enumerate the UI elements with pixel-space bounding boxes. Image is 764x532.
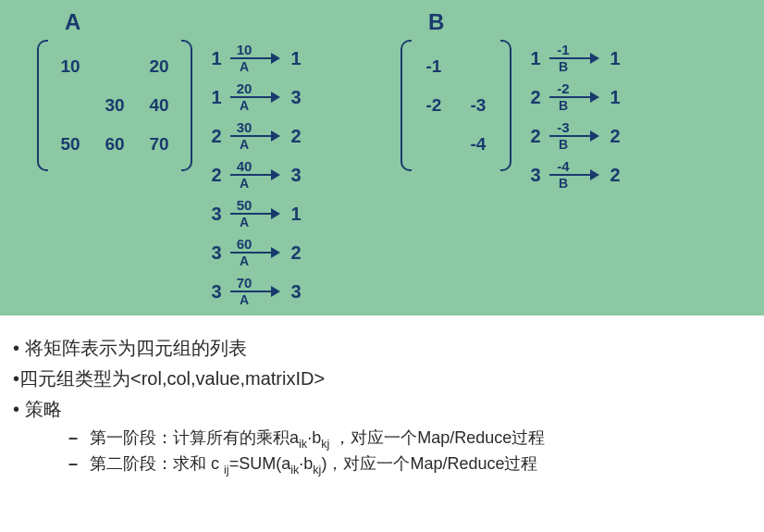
matrix-cell	[412, 125, 456, 164]
matrix-cell	[456, 47, 500, 86]
mapping-row: 110A1	[206, 39, 306, 78]
note-line: • 策略	[13, 395, 746, 424]
matrix-cell: 60	[92, 125, 137, 164]
matrix-cell	[48, 86, 92, 125]
arrow-icon	[575, 57, 598, 59]
arrow-icon	[575, 96, 598, 98]
mapping-dst: 2	[286, 242, 306, 264]
mapping-arrow: -3B	[549, 120, 598, 151]
bracket-left-icon	[37, 40, 48, 171]
note-line: •四元组类型为<rol,col,value,matrixID>	[13, 365, 746, 393]
mapping-label: B	[559, 137, 568, 152]
mapping-arrow: 50A	[230, 198, 278, 229]
bracket-right-icon	[500, 40, 511, 171]
mapping-value: 60	[230, 237, 258, 254]
mapping-label: A	[240, 292, 249, 307]
matrix-a: 10203040506070	[37, 40, 192, 171]
matrix-cell: 10	[48, 47, 92, 86]
arrow-icon	[256, 213, 278, 215]
note-text: 将矩阵表示为四元组的列表	[25, 338, 247, 358]
mapping-label: B	[559, 59, 568, 74]
mapping-value: 30	[230, 120, 258, 137]
mapping-value: -4	[549, 159, 577, 176]
mapping-src: 2	[206, 165, 227, 186]
mapping-dst: 1	[286, 204, 306, 225]
mapping-dst: 1	[286, 48, 306, 69]
mapping-arrow: -4B	[549, 159, 598, 190]
mapping-src: 1	[206, 48, 227, 69]
note-text: 第二阶段：求和 c	[90, 454, 224, 473]
matrix-cell: -2	[412, 86, 456, 125]
mapping-dst: 3	[286, 87, 306, 108]
mapping-value: -1	[549, 43, 577, 59]
mapping-row: 370A3	[206, 272, 306, 311]
mapping-src: 3	[525, 165, 546, 186]
note-sub: ik	[299, 438, 307, 451]
mapping-src: 2	[525, 87, 546, 108]
note-text: ·b	[307, 428, 321, 447]
mapping-row: 120A3	[206, 78, 306, 117]
mapping-src: 3	[206, 242, 227, 264]
mapping-arrow: -2B	[549, 81, 598, 112]
mapping-label: A	[240, 176, 249, 191]
mapping-label: A	[240, 137, 249, 152]
mapping-row: 2-2B1	[525, 78, 625, 117]
note-text: 四元组类型为<rol,col,value,matrixID>	[19, 368, 325, 389]
bracket-left-icon	[400, 40, 412, 171]
mapping-value: 70	[230, 276, 258, 292]
mapping-arrow: -1B	[549, 43, 598, 73]
mapping-label: A	[240, 215, 249, 229]
mapping-src: 2	[206, 126, 227, 147]
mapping-arrow: 40A	[230, 159, 278, 190]
mapping-row: 3-4B2	[525, 155, 625, 194]
mapping-value: 50	[230, 198, 258, 215]
mapping-label: A	[240, 59, 249, 74]
mapping-row: 360A2	[206, 233, 306, 272]
mapping-row: 1-1B1	[525, 39, 625, 78]
mapping-value: 10	[230, 43, 258, 59]
mapping-arrow: 10A	[230, 43, 278, 73]
arrow-icon	[256, 57, 278, 59]
arrow-icon	[256, 174, 278, 176]
mappings-b: 1-1B12-2B12-3B23-4B2	[525, 35, 625, 194]
mapping-label: A	[240, 98, 249, 113]
note-text: 第一阶段：计算所有的乘积a	[90, 428, 299, 447]
arrow-icon	[256, 252, 278, 254]
matrix-cell: 40	[137, 86, 181, 125]
mapping-value: -3	[549, 120, 577, 137]
notes: • 将矩阵表示为四元组的列表 •四元组类型为<rol,col,value,mat…	[0, 315, 764, 481]
mapping-arrow: 60A	[230, 237, 278, 267]
matrix-cell	[92, 47, 137, 86]
panel-a-title: A	[65, 9, 382, 35]
mapping-dst: 1	[605, 87, 625, 108]
mapping-row: 2-3B2	[525, 117, 625, 155]
arrow-icon	[256, 291, 278, 292]
bracket-right-icon	[181, 40, 192, 171]
matrix-cell: -1	[412, 47, 456, 86]
mapping-dst: 2	[286, 126, 306, 147]
mapping-dst: 2	[605, 126, 625, 147]
mapping-dst: 1	[605, 48, 625, 69]
panel-a: A 10203040506070 110A1120A3230A2240A3350…	[37, 9, 382, 311]
note-line: • 将矩阵表示为四元组的列表	[13, 334, 746, 363]
mapping-src: 1	[206, 87, 227, 108]
note-text: =SUM(a	[229, 454, 291, 473]
panel-b: B -1-2-3-4 1-1B12-2B12-3B23-4B2	[400, 9, 746, 311]
mapping-row: 350A1	[206, 194, 306, 233]
arrow-icon	[256, 135, 278, 137]
arrow-icon	[256, 96, 278, 98]
note-text: )，对应一个Map/Reduce过程	[321, 454, 537, 473]
mapping-dst: 3	[286, 165, 306, 186]
arrow-icon	[575, 174, 598, 176]
mapping-value: 40	[230, 159, 258, 176]
mapping-row: 240A3	[206, 155, 306, 194]
mapping-arrow: 70A	[230, 276, 278, 306]
arrow-icon	[575, 135, 598, 137]
matrix-cell: 50	[48, 125, 92, 164]
matrix-cell: 30	[92, 86, 137, 125]
mapping-src: 3	[206, 281, 227, 303]
note-text: ·b	[299, 454, 313, 473]
mapping-dst: 3	[286, 281, 306, 303]
note-subline: – 第一阶段：计算所有的乘积aik·bkj ，对应一个Map/Reduce过程	[68, 426, 746, 452]
mapping-src: 3	[206, 204, 227, 225]
